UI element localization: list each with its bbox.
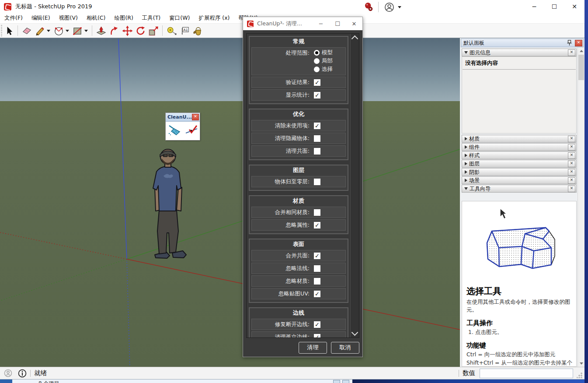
text-tool-button[interactable]: A1 xyxy=(178,25,191,37)
checkbox-erase-hidden[interactable] xyxy=(314,135,320,142)
dialog-close-button[interactable]: ✕ xyxy=(346,21,362,27)
checkbox-layer0[interactable] xyxy=(314,179,320,185)
scale-tool-button[interactable] xyxy=(147,25,160,37)
close-button[interactable]: ✕ xyxy=(564,0,585,13)
components-close-button[interactable]: ✕ xyxy=(568,144,575,151)
option-row: 物体归至零层: xyxy=(251,176,346,187)
paint-bucket-tool-button[interactable] xyxy=(191,25,204,37)
scroll-down-button[interactable] xyxy=(578,360,585,367)
entity-info-close-button[interactable]: ✕ xyxy=(568,49,575,56)
cleanup-broom-button[interactable] xyxy=(167,124,181,137)
panel-layers[interactable]: 图层 ✕ xyxy=(462,160,577,168)
checkbox-merge-materials[interactable] xyxy=(314,209,320,216)
checkbox-merge-coplanar-faces[interactable] xyxy=(314,253,320,259)
push-pull-icon xyxy=(96,25,107,36)
background-window-left xyxy=(0,379,12,383)
radio-model[interactable] xyxy=(314,50,320,56)
cleanup-dialog[interactable]: CleanUp³- 清理... ─ ☐ ✕ 常规 处理范围: 模型 局部 选择 xyxy=(243,17,363,357)
dialog-minimize-button[interactable]: ─ xyxy=(313,21,329,27)
menu-window[interactable]: 窗口(W) xyxy=(165,14,194,22)
maximize-button[interactable]: ☐ xyxy=(544,0,564,13)
layers-close-button[interactable]: ✕ xyxy=(568,161,575,167)
menu-edit[interactable]: 编辑(E) xyxy=(27,14,55,22)
checkbox-repair-split-edges[interactable] xyxy=(314,321,320,328)
pin-icon[interactable] xyxy=(567,40,572,46)
rotate-tool-button[interactable] xyxy=(134,25,147,37)
panel-styles[interactable]: 样式 ✕ xyxy=(462,151,577,159)
cleanup-cancel-button[interactable]: 取消 xyxy=(331,342,359,354)
measurements-input[interactable] xyxy=(480,369,573,378)
select-tool-button[interactable] xyxy=(2,25,15,37)
follow-me-tool-button[interactable] xyxy=(108,25,121,37)
line-tool-dropdown[interactable] xyxy=(47,30,50,32)
checkbox-erase-lonely-edges[interactable] xyxy=(314,334,320,338)
radio-selection[interactable] xyxy=(314,67,320,72)
cleanup-toolbar-titlebar[interactable]: CleanU... ✕ xyxy=(166,113,200,122)
checkbox-ignore-normals[interactable] xyxy=(314,265,320,272)
line-tool-button[interactable] xyxy=(33,25,46,37)
materials-close-button[interactable]: ✕ xyxy=(568,136,575,142)
checkbox-ignore-uv[interactable] xyxy=(314,291,320,297)
menu-file[interactable]: 文件(F) xyxy=(0,14,27,22)
checkbox-merge-coplanar-cleanup[interactable] xyxy=(314,148,320,155)
tray-scrollbar[interactable] xyxy=(578,48,585,367)
extension-tool-button[interactable] xyxy=(363,1,376,13)
radio-local[interactable] xyxy=(314,58,320,64)
section-title: 表面 xyxy=(250,239,348,249)
arc-tool-dropdown[interactable] xyxy=(66,30,69,32)
tape-measure-tool-button[interactable] xyxy=(165,25,178,37)
menu-camera[interactable]: 相机(C) xyxy=(82,14,110,22)
menu-extensions[interactable]: 扩展程序 (x) xyxy=(194,14,234,22)
scroll-up-icon[interactable] xyxy=(351,35,358,42)
styles-close-button[interactable]: ✕ xyxy=(568,152,575,159)
tray-header[interactable]: 默认面板 ✕ xyxy=(461,39,584,47)
checkbox-ignore-attributes[interactable] xyxy=(314,222,320,228)
account-dropdown[interactable] xyxy=(398,6,401,8)
cleanup-run-button[interactable]: 清理 xyxy=(299,342,327,354)
arc-tool-button[interactable] xyxy=(52,25,65,37)
background-view-toggles xyxy=(333,380,349,383)
checkbox-ignore-materials[interactable] xyxy=(314,278,320,285)
entity-info-header[interactable]: 图元信息 ✕ xyxy=(462,49,577,56)
cleanup-floating-toolbar[interactable]: CleanU... ✕ xyxy=(165,112,200,141)
eraser-tool-button[interactable] xyxy=(20,25,33,37)
rectangle-tool-dropdown[interactable] xyxy=(84,30,88,32)
rectangle-tool-button[interactable] xyxy=(71,25,84,37)
scroll-up-button[interactable] xyxy=(578,48,585,54)
background-window-strip[interactable]: 8 个项目 xyxy=(0,379,588,383)
push-pull-tool-button[interactable] xyxy=(94,25,108,37)
minimize-button[interactable]: ─ xyxy=(524,0,544,13)
cleanup-toolbar-close-button[interactable]: ✕ xyxy=(192,114,199,120)
instructor-close-button[interactable]: ✕ xyxy=(568,186,575,192)
scrollbar-thumb[interactable] xyxy=(578,55,584,80)
checkbox-show-statistics[interactable] xyxy=(314,92,320,98)
checkbox-validate-results[interactable] xyxy=(314,79,320,86)
menu-view[interactable]: 视图(V) xyxy=(55,14,82,22)
scroll-down-icon[interactable] xyxy=(351,329,358,336)
dialog-scrollbar[interactable] xyxy=(350,34,359,337)
account-button[interactable] xyxy=(381,1,397,13)
model-viewport[interactable]: CleanU... ✕ xyxy=(0,38,460,367)
cleanup-dialog-titlebar[interactable]: CleanUp³- 清理... ─ ☐ ✕ xyxy=(243,17,362,30)
panel-shadows[interactable]: 阴影 ✕ xyxy=(462,168,577,176)
panel-instructor-header[interactable]: 工具向导 ✕ xyxy=(462,185,577,193)
fix-edges-button[interactable] xyxy=(184,124,198,137)
menu-draw[interactable]: 绘图(R) xyxy=(110,14,137,22)
scenes-close-button[interactable]: ✕ xyxy=(568,177,575,184)
move-tool-button[interactable] xyxy=(121,25,134,37)
dialog-maximize-button[interactable]: ☐ xyxy=(329,21,346,27)
title-bar[interactable]: 无标题 - SketchUp Pro 2019 ─ ☐ ✕ xyxy=(0,0,585,13)
scale-figure-person[interactable] xyxy=(144,145,192,260)
panel-components[interactable]: 组件 ✕ xyxy=(462,143,577,151)
geolocation-status-icon[interactable] xyxy=(4,369,12,377)
chevron-right-icon xyxy=(465,154,467,157)
menu-tools[interactable]: 工具(T) xyxy=(138,14,165,22)
panel-materials[interactable]: 材质 ✕ xyxy=(462,135,577,143)
tray-close-button[interactable]: ✕ xyxy=(575,40,582,46)
instructor-description: 在使用其他工具或命令时，选择要修改的图元。 xyxy=(466,298,574,314)
checkbox-purge-unused[interactable] xyxy=(314,123,320,129)
resize-grip[interactable] xyxy=(577,372,583,378)
panel-scenes[interactable]: 场景 ✕ xyxy=(462,176,577,184)
info-status-icon[interactable] xyxy=(18,369,27,378)
shadows-close-button[interactable]: ✕ xyxy=(568,169,575,176)
